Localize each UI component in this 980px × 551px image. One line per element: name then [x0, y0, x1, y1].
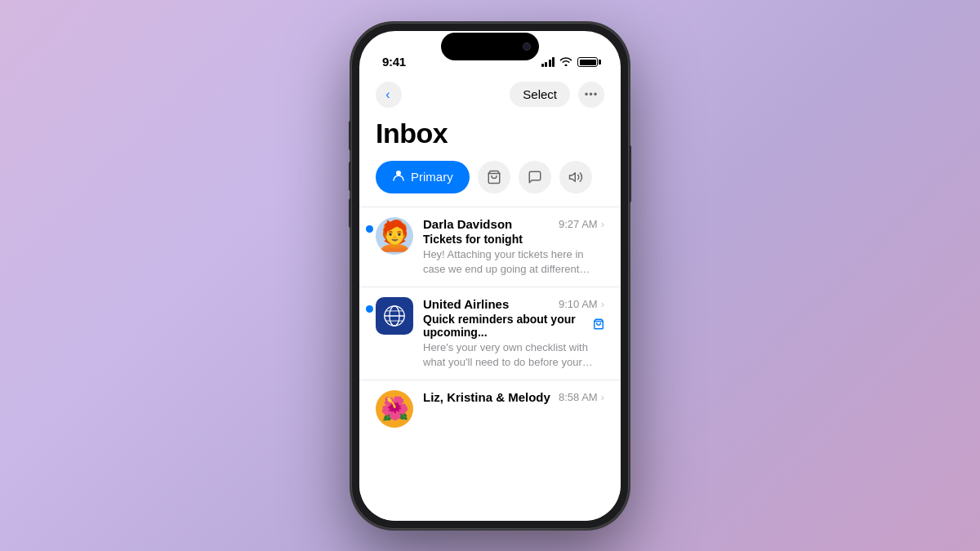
email-list: 🧑‍🦰 Darla Davidson 9:27 AM › [359, 207, 621, 438]
tab-primary[interactable]: Primary [376, 161, 470, 193]
sender-name-darla: Darla Davidson [423, 217, 512, 231]
email-meta-united: 9:10 AM › [559, 298, 604, 310]
more-button[interactable]: ••• [578, 82, 604, 108]
tab-shopping[interactable] [478, 161, 510, 193]
phone-screen: 9:41 [359, 31, 621, 521]
unread-dot-darla [366, 225, 373, 233]
svg-point-0 [396, 171, 401, 176]
email-header-liz: Liz, Kristina & Melody 8:58 AM › [423, 390, 604, 404]
tab-social[interactable] [519, 161, 551, 193]
status-icons [541, 56, 599, 69]
email-chevron-liz: › [601, 391, 604, 403]
sender-name-united: United Airlines [423, 297, 509, 311]
wifi-icon [559, 56, 572, 69]
email-time-darla: 9:27 AM [559, 218, 598, 230]
select-button[interactable]: Select [510, 82, 570, 107]
inbox-title: Inbox [359, 114, 621, 161]
svg-marker-2 [569, 172, 575, 181]
email-time-united: 9:10 AM [559, 298, 598, 310]
category-tabs: Primary [359, 161, 621, 207]
tab-promotions[interactable] [559, 161, 592, 193]
email-item-liz[interactable]: 🌺 Liz, Kristina & Melody 8:58 AM › [359, 380, 621, 438]
nav-bar: ‹ Select ••• [359, 75, 621, 114]
battery-icon [577, 57, 598, 67]
email-content-darla: Darla Davidson 9:27 AM › Tickets for ton… [423, 217, 604, 277]
back-chevron-icon: ‹ [385, 87, 390, 102]
avatar-liz: 🌺 [376, 390, 413, 428]
email-time-liz: 8:58 AM [559, 391, 598, 403]
phone-wrapper: 9:41 [351, 23, 629, 529]
unread-dot-united [366, 305, 373, 313]
email-content-liz: Liz, Kristina & Melody 8:58 AM › [423, 390, 604, 406]
email-header-united: United Airlines 9:10 AM › [423, 297, 604, 311]
phone-frame: 9:41 [351, 23, 629, 529]
email-meta-darla: 9:27 AM › [559, 218, 604, 230]
primary-tab-label: Primary [411, 170, 453, 184]
signal-icon [541, 57, 555, 67]
shopping-cart-icon [593, 318, 604, 332]
email-subject-united: Quick reminders about your upcoming... [423, 313, 604, 339]
email-content-united: United Airlines 9:10 AM › Quick reminder… [423, 297, 604, 370]
darla-emoji: 🧑‍🦰 [376, 221, 413, 251]
email-subject-darla: Tickets for tonight [423, 233, 604, 246]
camera-dot [523, 42, 531, 51]
email-header-darla: Darla Davidson 9:27 AM › [423, 217, 604, 231]
dynamic-island [441, 33, 539, 60]
avatar-darla: 🧑‍🦰 [376, 217, 413, 255]
email-meta-liz: 8:58 AM › [559, 391, 604, 403]
back-button[interactable]: ‹ [376, 82, 402, 108]
primary-person-icon [392, 169, 405, 184]
liz-emoji: 🌺 [381, 398, 409, 420]
email-preview-darla: Hey! Attaching your tickets here in case… [423, 247, 604, 277]
content-area: ‹ Select ••• Inbox [359, 75, 621, 521]
email-chevron-darla: › [601, 218, 604, 230]
email-preview-united: Here's your very own checklist with what… [423, 340, 604, 370]
email-item-darla[interactable]: 🧑‍🦰 Darla Davidson 9:27 AM › [359, 207, 621, 287]
email-chevron-united: › [601, 298, 604, 310]
sender-name-liz: Liz, Kristina & Melody [423, 390, 550, 404]
email-item-united[interactable]: United Airlines 9:10 AM › Quick reminder… [359, 287, 621, 380]
avatar-united [376, 297, 413, 335]
status-time: 9:41 [382, 55, 406, 69]
nav-right: Select ••• [510, 82, 604, 108]
